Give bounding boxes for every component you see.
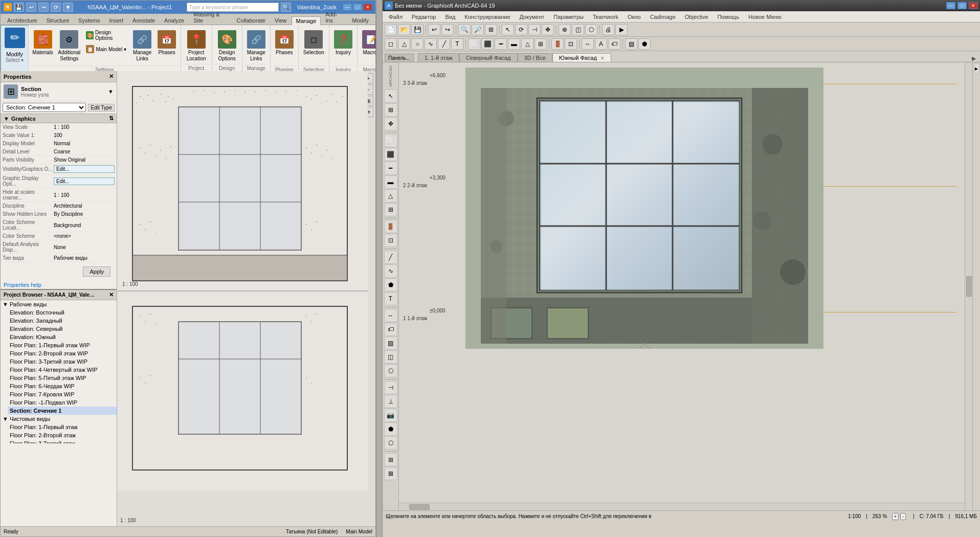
ac-tool-beam[interactable]: ━ bbox=[384, 162, 397, 175]
ac-tool-dim[interactable]: ↔ bbox=[384, 309, 397, 322]
ac-tool-text[interactable]: T bbox=[384, 292, 397, 305]
ac-menu-objective[interactable]: Objective bbox=[681, 13, 712, 21]
tab-architecture[interactable]: Architecture bbox=[3, 16, 42, 25]
tree-category-working[interactable]: ▼ Рабочие виды bbox=[1, 300, 117, 308]
manage-links-group-btn[interactable]: 🔗 ManageLinks bbox=[244, 28, 268, 64]
section-select[interactable]: Section: Сечение 1 bbox=[3, 103, 86, 112]
ac-tb2-slab[interactable]: ▬ bbox=[508, 38, 520, 50]
selection-btn[interactable]: ◻ Selection bbox=[301, 28, 327, 57]
tab-annotate[interactable]: Annotate bbox=[128, 16, 160, 25]
ac-tool-section[interactable]: ⊣ bbox=[384, 381, 397, 394]
ac-tool-expand[interactable]: ⊞ bbox=[384, 103, 397, 117]
manage-links-btn[interactable]: 🔗 ManageLinks bbox=[131, 28, 154, 64]
tree-item-clean-floor1[interactable]: Floor Plan: 1-Первый этаж bbox=[8, 423, 117, 431]
ac-tab-floor1[interactable]: 1. 1-й этаж bbox=[418, 53, 459, 62]
ac-menu-help[interactable]: Помощь bbox=[714, 13, 744, 21]
ac-menu-window[interactable]: Окно bbox=[623, 13, 645, 21]
graphics-expand-icon[interactable]: ▼ bbox=[4, 116, 9, 122]
ac-tb-select[interactable]: ↖ bbox=[502, 24, 514, 35]
ac-tb-undo[interactable]: ↩ bbox=[428, 24, 440, 35]
ac-tool-shell[interactable]: ⬡ bbox=[384, 436, 397, 450]
revit-maximize[interactable]: □ bbox=[353, 4, 362, 11]
ac-tb2-morph[interactable]: ⬟ bbox=[638, 38, 651, 50]
ac-tb-3d[interactable]: ⬡ bbox=[585, 24, 597, 35]
phases-btn[interactable]: 📅 Phases bbox=[155, 28, 179, 57]
tree-item-section1[interactable]: Section: Сечение 1 bbox=[8, 407, 117, 415]
edit-type-btn[interactable]: Edit Type bbox=[88, 104, 115, 111]
tree-item-elevation-east[interactable]: Elevation: Восточный bbox=[8, 308, 117, 317]
ac-tb-mirror[interactable]: ⊣ bbox=[528, 24, 541, 35]
tab-view[interactable]: View bbox=[270, 16, 292, 25]
tree-item-floor1-wip[interactable]: Floor Plan: 1-Первый этаж WIP bbox=[8, 341, 117, 349]
project-browser-close-icon[interactable]: ✕ bbox=[109, 292, 114, 298]
ac-tb-open[interactable]: 📂 bbox=[398, 24, 410, 35]
ac-tool-elevation[interactable]: ⊥ bbox=[384, 395, 397, 408]
properties-close-icon[interactable]: ✕ bbox=[109, 73, 114, 80]
ac-scroll-thumb-v[interactable] bbox=[966, 276, 972, 297]
ac-tool-window[interactable]: ⊡ bbox=[384, 234, 397, 247]
ac-panel-label[interactable]: Панель... bbox=[385, 54, 414, 62]
ribbon-modify-btn[interactable]: ✏ Modify Select ▾ bbox=[1, 25, 29, 74]
ac-tb-snap[interactable]: ⊕ bbox=[559, 24, 571, 35]
ac-tb-more[interactable]: ▶ bbox=[615, 24, 628, 35]
ac-tb2-draw1[interactable]: ◻ bbox=[385, 38, 397, 50]
ac-tb-layer[interactable]: ◫ bbox=[572, 24, 584, 35]
phases-group-btn[interactable]: 📅 Phases bbox=[273, 28, 296, 57]
ac-tb2-fill[interactable]: ▨ bbox=[625, 38, 637, 50]
project-location-btn[interactable]: 📍 ProjectLocation bbox=[183, 28, 210, 64]
ac-tb2-draw3[interactable]: ○ bbox=[411, 38, 424, 50]
graphics-sort-icon[interactable]: ⇅ bbox=[109, 115, 114, 122]
ac-scroll-thumb-h[interactable] bbox=[409, 504, 430, 510]
ac-menu-new[interactable]: Новое Меню bbox=[744, 13, 786, 21]
ac-tool-morph[interactable]: ⬟ bbox=[384, 422, 397, 436]
ac-tb-redo[interactable]: ↪ bbox=[441, 24, 454, 35]
ac-tool-slab[interactable]: ▬ bbox=[384, 175, 397, 189]
tree-item-floor4-wip[interactable]: Floor Plan: 4-Четвертый этаж WIP bbox=[8, 366, 117, 374]
ac-tb2-beam[interactable]: ━ bbox=[495, 38, 507, 50]
ac-tb-zoom-in[interactable]: 🔍 bbox=[458, 24, 471, 35]
ac-menu-construct[interactable]: Конструирование bbox=[460, 13, 514, 21]
inquiry-btn[interactable]: ❓ Inquiry bbox=[331, 28, 355, 57]
tab-collaborate[interactable]: Collaborate bbox=[232, 16, 270, 25]
tab-addins[interactable]: Add-Ins bbox=[321, 10, 347, 25]
ac-menu-editor[interactable]: Редактор bbox=[408, 13, 440, 21]
tree-item-floor7-wip[interactable]: Floor Plan: 7-Кровля WIP bbox=[8, 390, 117, 398]
prop-edit-graphic-display[interactable]: Edit... bbox=[54, 177, 115, 185]
materials-btn[interactable]: 🧱 Materials bbox=[31, 28, 55, 57]
ac-tb2-stair[interactable]: ⊞ bbox=[534, 38, 547, 50]
ac-tab-3d[interactable]: 3D / Все bbox=[518, 53, 552, 62]
properties-help-link[interactable]: Properties help bbox=[4, 282, 41, 288]
ac-tool-mesh[interactable]: ⊠ bbox=[384, 467, 397, 480]
ac-menu-cadimage[interactable]: Cadimage bbox=[646, 13, 680, 21]
ac-tb2-window[interactable]: ⊡ bbox=[565, 38, 577, 50]
ac-tool-wall[interactable]: ⬜ bbox=[384, 134, 397, 147]
tab-modify[interactable]: Modify bbox=[348, 16, 373, 25]
ac-menu-params[interactable]: Параметры bbox=[549, 13, 588, 21]
design-options-btn[interactable]: 🎨 Design Options bbox=[83, 28, 129, 42]
ac-minimize[interactable]: — bbox=[946, 2, 955, 9]
ac-tb-publish[interactable]: 🖨 bbox=[602, 24, 614, 35]
ac-tool-door[interactable]: 🚪 bbox=[384, 220, 397, 233]
tree-item-floor2-wip[interactable]: Floor Plan: 2-Второй этаж WIP bbox=[8, 349, 117, 357]
ac-tab-south-close-icon[interactable]: ✕ bbox=[600, 56, 605, 61]
additional-settings-btn[interactable]: ⚙ AdditionalSettings bbox=[56, 28, 82, 64]
ac-tool-column[interactable]: ⬛ bbox=[384, 148, 397, 161]
ac-tool-line[interactable]: ╱ bbox=[384, 251, 397, 264]
ac-tool-arrow[interactable]: ↖ bbox=[384, 90, 397, 103]
ac-tb-move[interactable]: ✥ bbox=[542, 24, 554, 35]
ac-tool-hatch[interactable]: ◫ bbox=[384, 350, 397, 364]
ac-menu-teamwork[interactable]: Teamwork bbox=[589, 13, 622, 21]
ac-tb2-draw4[interactable]: ∿ bbox=[425, 38, 437, 50]
ac-zoom-in-btn[interactable]: + bbox=[892, 513, 899, 520]
ac-tb-save[interactable]: 💾 bbox=[411, 24, 424, 35]
ac-tb2-text[interactable]: A bbox=[595, 38, 607, 50]
ac-tb2-roof[interactable]: △ bbox=[521, 38, 533, 50]
qa-more[interactable]: ▼ bbox=[63, 3, 73, 12]
tree-item-floor3-wip[interactable]: Floor Plan: 3-Третий этаж WIP bbox=[8, 357, 117, 366]
design-options-large-btn[interactable]: 🎨 DesignOptions bbox=[214, 28, 240, 64]
ac-menu-document[interactable]: Документ bbox=[516, 13, 549, 21]
tree-item-floor5-wip[interactable]: Floor Plan: 5-Пятый этаж WIP bbox=[8, 374, 117, 382]
ac-tool-pan[interactable]: ✥ bbox=[384, 117, 397, 130]
ac-tb2-draw5[interactable]: ╱ bbox=[438, 38, 450, 50]
ac-tab-north-facade[interactable]: Северный Фасад bbox=[459, 53, 518, 62]
